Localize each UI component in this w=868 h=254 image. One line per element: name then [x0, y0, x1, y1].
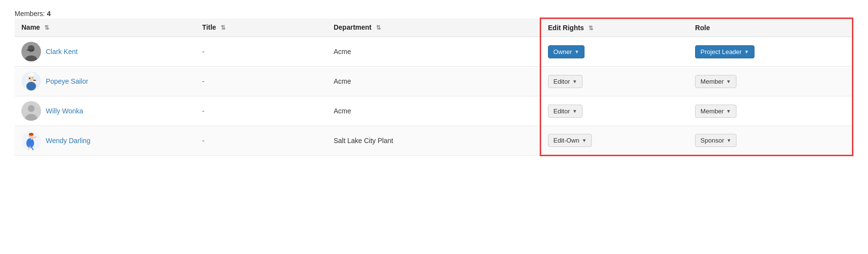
edit-rights-dropdown-popeye[interactable]: Editor ▼ [548, 75, 583, 88]
svg-point-15 [32, 77, 33, 78]
member-name-willy[interactable]: Willy Wonka [46, 107, 83, 115]
role-wendy: Sponsor ▼ [688, 126, 852, 156]
role-dropdown-wendy[interactable]: Sponsor ▼ [695, 134, 736, 147]
edit-rights-dropdown-clark[interactable]: Owner ▼ [548, 45, 585, 58]
sort-icon-edit-rights[interactable]: ⇅ [588, 25, 593, 32]
member-name-popeye[interactable]: Popeye Sailor [46, 77, 88, 85]
edit-rights-wendy: Edit-Own ▼ [541, 126, 689, 156]
role-dropdown-popeye[interactable]: Member ▼ [695, 75, 736, 88]
title-clark: - [195, 37, 327, 67]
col-header-department[interactable]: Department ⇅ [327, 18, 541, 37]
svg-point-1 [28, 45, 35, 52]
role-dropdown-willy[interactable]: Member ▼ [695, 105, 736, 118]
title-popeye: - [195, 67, 327, 96]
caret-icon: ▼ [574, 49, 579, 54]
name-cell-clark: Clark Kent [15, 37, 195, 67]
title-willy: - [195, 96, 327, 126]
table-row: Wendy Darling - Salt Lake City Plant Edi… [15, 126, 853, 156]
col-header-role: Role [688, 18, 852, 37]
member-name-wendy[interactable]: Wendy Darling [46, 137, 91, 145]
edit-rights-clark: Owner ▼ [541, 37, 689, 67]
caret-icon: ▼ [726, 109, 731, 114]
svg-point-13 [29, 78, 31, 79]
role-clark: Project Leader ▼ [688, 37, 852, 67]
caret-icon: ▼ [727, 138, 732, 143]
avatar-clark [21, 42, 41, 61]
members-count-label: Members: 4 [15, 10, 853, 18]
caret-icon: ▼ [572, 109, 577, 114]
svg-point-11 [30, 73, 33, 74]
table-row: Clark Kent - Acme Owner ▼ Project Leader… [15, 37, 853, 67]
table-row: Popeye Sailor - Acme Editor ▼ Member ▼ [15, 67, 853, 96]
sort-icon-title[interactable]: ⇅ [221, 24, 226, 31]
title-wendy: - [195, 126, 327, 156]
role-popeye: Member ▼ [688, 67, 852, 96]
svg-point-17 [28, 105, 35, 112]
name-cell-wendy: Wendy Darling [15, 126, 195, 156]
sort-icon-name[interactable]: ⇅ [44, 24, 49, 31]
caret-icon: ▼ [744, 49, 749, 54]
name-cell-willy: Willy Wonka [15, 96, 195, 126]
svg-point-8 [26, 82, 36, 91]
caret-icon: ▼ [726, 79, 731, 84]
sort-icon-department[interactable]: ⇅ [376, 24, 381, 31]
svg-rect-4 [29, 50, 31, 51]
avatar-wendy [21, 131, 41, 150]
svg-rect-5 [32, 50, 34, 51]
svg-rect-12 [33, 80, 36, 81]
edit-rights-popeye: Editor ▼ [541, 67, 689, 96]
edit-rights-dropdown-wendy[interactable]: Edit-Own ▼ [548, 134, 592, 147]
col-header-edit-rights[interactable]: Edit Rights ⇅ [541, 18, 689, 37]
dept-wendy: Salt Lake City Plant [327, 126, 541, 156]
edit-rights-dropdown-willy[interactable]: Editor ▼ [548, 105, 583, 118]
dept-popeye: Acme [327, 67, 541, 96]
role-dropdown-clark[interactable]: Project Leader ▼ [695, 45, 754, 58]
col-header-title[interactable]: Title ⇅ [195, 18, 327, 37]
table-row: Willy Wonka - Acme Editor ▼ Member ▼ [15, 96, 853, 126]
avatar-willy [21, 101, 41, 121]
dept-clark: Acme [327, 37, 541, 67]
edit-rights-willy: Editor ▼ [541, 96, 689, 126]
members-table: Name ⇅ Title ⇅ Department ⇅ Edit Rights … [15, 18, 853, 156]
dept-willy: Acme [327, 96, 541, 126]
avatar-popeye [21, 72, 41, 91]
svg-point-21 [29, 133, 34, 136]
role-willy: Member ▼ [688, 96, 852, 126]
svg-rect-3 [27, 50, 29, 51]
col-header-name[interactable]: Name ⇅ [15, 18, 195, 37]
member-name-clark[interactable]: Clark Kent [46, 48, 77, 55]
name-cell-popeye: Popeye Sailor [15, 67, 195, 96]
caret-icon: ▼ [572, 79, 577, 84]
caret-icon: ▼ [582, 138, 586, 143]
